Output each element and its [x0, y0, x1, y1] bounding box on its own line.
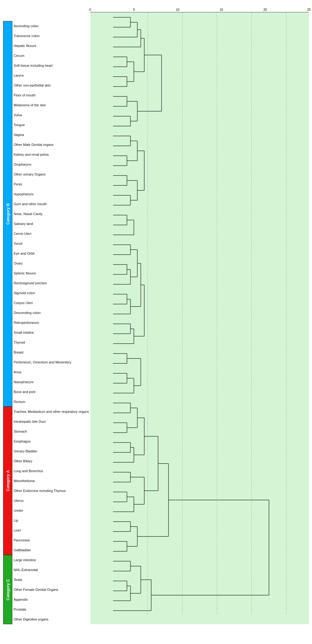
label-item: Corpus Uteri: [14, 298, 90, 308]
label-item: Trachea, Mediastium and other respirator…: [14, 407, 90, 417]
label-item: Tongue: [14, 120, 90, 130]
label-item: Large intestine: [14, 555, 90, 565]
label-item: Transverse colon: [14, 31, 90, 41]
label-item: Appendix: [14, 595, 90, 604]
label-item: Urinary Bladder: [14, 446, 90, 456]
label-item: Testis: [14, 575, 90, 585]
label-item: Prostate: [14, 604, 90, 614]
label-item: Uterus: [14, 496, 90, 506]
label-item: Gallbladder: [14, 545, 90, 555]
tick-label: 10: [176, 8, 179, 11]
label-item: Vulva: [14, 110, 90, 120]
label-item: Splenic flexure: [14, 268, 90, 278]
label-item: Hepatic flexure: [14, 41, 90, 51]
dendro-svg-container: [90, 12, 309, 624]
label-item: Anus: [14, 367, 90, 377]
label-item: Larynx: [14, 70, 90, 80]
label-item: Lung and Bronchus: [14, 466, 90, 476]
label-item: Other Female Genital Organs: [14, 585, 90, 595]
label-item: Small intstine: [14, 328, 90, 337]
category-bar: Category A: [3, 407, 12, 555]
label-item: Hypopharynx: [14, 189, 90, 199]
label-item: Pancrease: [14, 535, 90, 545]
label-item: Bone and joint: [14, 387, 90, 397]
label-item: Liver: [14, 525, 90, 535]
label-item: Rectum: [14, 397, 90, 407]
label-item: Ovary: [14, 258, 90, 268]
label-item: Descending colon: [14, 308, 90, 318]
label-item: Stomach: [14, 426, 90, 436]
label-item: Cecum: [14, 51, 90, 61]
label-item: Rectosigmoid junction: [14, 278, 90, 288]
label-item: Cervix Uteri: [14, 229, 90, 239]
label-item: Nasopharynx: [14, 377, 90, 387]
label-item: Eye and Orbit: [14, 248, 90, 258]
category-bars: Category BCategory ACategory C: [3, 21, 12, 624]
label-item: Peritoneum, Omentum and Mesentery: [14, 357, 90, 367]
label-item: Kidney and renal pelvis: [14, 150, 90, 159]
label-item: Vagina: [14, 130, 90, 140]
label-item: Other non-eprthelial skin: [14, 80, 90, 90]
label-item: Melanoma of the skin: [14, 100, 90, 110]
svg-rect-0: [113, 12, 286, 616]
tick-label: 15: [220, 8, 223, 11]
label-item: Penis: [14, 179, 90, 189]
category-bar: Category C: [3, 555, 12, 624]
label-item: Other urinary Organs: [14, 169, 90, 179]
label-item: Ureter: [14, 506, 90, 515]
label-item: Other Biliary: [14, 456, 90, 466]
label-item: Sigmoid colon: [14, 288, 90, 298]
label-item: Retroperitoneum: [14, 318, 90, 328]
tick-label: 25: [307, 8, 310, 11]
label-item: Other Endocrine including Thymus: [14, 486, 90, 496]
label-item: Gum and other mouth: [14, 199, 90, 209]
labels-column: Ascending colonTransverse colonHepatic f…: [14, 21, 90, 624]
chart-wrapper: Category BCategory ACategory C Ascending…: [3, 5, 309, 624]
label-item: Oropharynx: [14, 159, 90, 169]
label-item: Esophagus: [14, 436, 90, 446]
label-item: Floor of mouth: [14, 90, 90, 100]
dendro-area: 0510152025: [90, 5, 309, 624]
label-item: Mesothelioma: [14, 476, 90, 486]
label-item: Intrahepatic bile Duct: [14, 417, 90, 426]
tick-label: 20: [263, 8, 267, 11]
label-item: Tonsil: [14, 239, 90, 248]
label-item: Other Digestive organs: [14, 614, 90, 624]
label-item: Thyroid: [14, 337, 90, 347]
tick-label: 0: [89, 8, 91, 11]
label-item: Other Male Genital organs: [14, 140, 90, 150]
label-item: Soft tissue including heart: [14, 61, 90, 70]
axis-ticks: 0510152025: [90, 6, 309, 12]
label-item: NHL-Extranodal: [14, 565, 90, 575]
label-item: Breast: [14, 347, 90, 357]
label-item: Lip: [14, 515, 90, 525]
label-item: Ascending colon: [14, 21, 90, 31]
category-bar: Category B: [3, 21, 12, 407]
dendro-svg: [90, 12, 309, 616]
tick-label: 5: [133, 8, 135, 11]
label-item: Nose, Nasal Cavity: [14, 209, 90, 219]
label-item: Salivary land: [14, 219, 90, 229]
